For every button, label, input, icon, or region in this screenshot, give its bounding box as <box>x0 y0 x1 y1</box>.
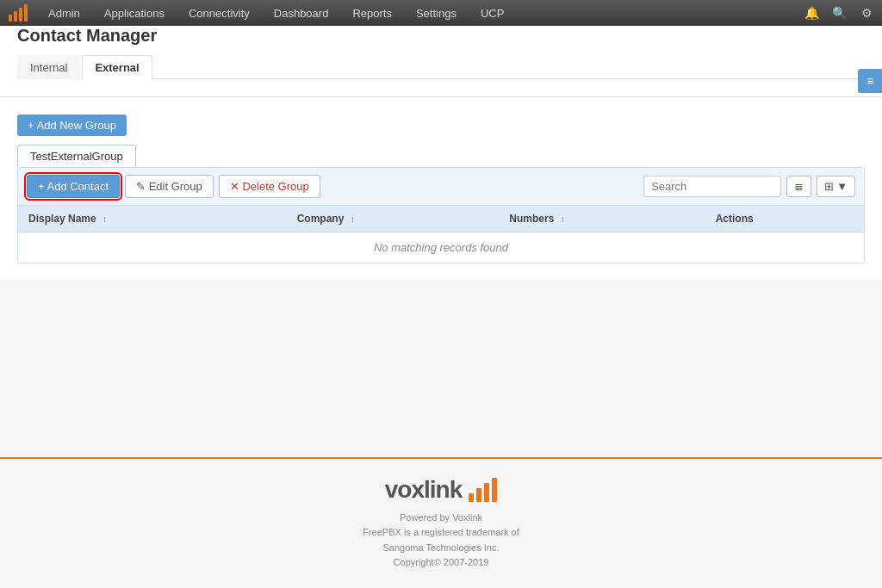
gear-icon: ⚙ <box>861 6 873 20</box>
grid-view-button[interactable]: ⊞ ▼ <box>817 176 855 197</box>
notification-icon-button[interactable]: 🔔 <box>799 1 823 25</box>
col-numbers[interactable]: Numbers ↕ <box>499 206 705 232</box>
table-toolbar: + Add Contact ✎ Edit Group ✕ Delete Grou… <box>18 168 864 206</box>
empty-row: No matching records found <box>18 232 864 263</box>
footer-logo-bars <box>469 478 497 502</box>
nav-item-settings[interactable]: Settings <box>404 0 469 26</box>
table-header: Display Name ↕ Company ↕ Numbers ↕ Act <box>18 206 864 232</box>
footer: voxlink Powered by Voxlink FreePBX is a … <box>0 457 882 588</box>
page-header: Contact Manager Internal External <box>0 26 882 97</box>
nav-item-ucp[interactable]: UCP <box>469 0 516 26</box>
group-tab-testexternalgroup[interactable]: TestExternalGroup <box>17 145 136 167</box>
table-container: + Add Contact ✎ Edit Group ✕ Delete Grou… <box>17 167 865 263</box>
col-company[interactable]: Company ↕ <box>287 206 500 232</box>
edit-group-button[interactable]: ✎ Edit Group <box>125 175 214 198</box>
add-new-group-button[interactable]: + Add New Group <box>17 115 127 136</box>
sidebar-toggle-icon: ≡ <box>866 74 873 88</box>
top-navigation: Admin Applications Connectivity Dashboar… <box>0 0 882 26</box>
search-icon-button[interactable]: 🔍 <box>827 1 851 25</box>
data-table: Display Name ↕ Company ↕ Numbers ↕ Act <box>18 206 864 263</box>
table-body: No matching records found <box>18 232 864 263</box>
content-area: + Add New Group TestExternalGroup + Add … <box>0 97 882 281</box>
settings-icon-button[interactable]: ⚙ <box>854 1 879 25</box>
footer-logo-text: voxlink <box>385 476 462 504</box>
notification-icon: 🔔 <box>804 6 819 20</box>
col-display-name[interactable]: Display Name ↕ <box>18 206 287 232</box>
grid-view-icon: ⊞ <box>824 180 834 193</box>
nav-right: 🔔 🔍 ⚙ <box>799 1 879 25</box>
sort-display-name-icon: ↕ <box>102 214 107 224</box>
sort-company-icon: ↕ <box>351 214 355 224</box>
logo <box>3 4 33 22</box>
right-sidebar: ≡ <box>858 69 882 93</box>
col-actions: Actions <box>705 206 864 232</box>
main-tabs: Internal External <box>17 51 865 79</box>
footer-logo: voxlink <box>17 476 865 504</box>
tab-internal[interactable]: Internal <box>17 55 80 79</box>
nav-item-admin[interactable]: Admin <box>36 0 92 26</box>
page-title: Contact Manager <box>17 26 865 46</box>
search-icon: 🔍 <box>832 6 847 20</box>
group-tabs: TestExternalGroup <box>17 138 865 167</box>
nav-item-connectivity[interactable]: Connectivity <box>177 0 262 26</box>
nav-item-applications[interactable]: Applications <box>92 0 177 26</box>
nav-item-reports[interactable]: Reports <box>340 0 404 26</box>
search-input[interactable] <box>643 176 781 197</box>
footer-powered-by: Powered by Voxlink FreePBX is a register… <box>17 511 865 571</box>
main-content: + Add New Group TestExternalGroup + Add … <box>0 97 882 457</box>
sort-numbers-icon: ↕ <box>561 214 565 224</box>
nav-item-dashboard[interactable]: Dashboard <box>262 0 341 26</box>
logo-bars <box>3 4 33 22</box>
dropdown-arrow-icon: ▼ <box>836 180 848 193</box>
list-view-button[interactable]: ≣ <box>786 176 811 197</box>
sidebar-toggle-button[interactable]: ≡ <box>858 69 882 93</box>
add-contact-button[interactable]: + Add Contact <box>27 175 120 198</box>
nav-items: Admin Applications Connectivity Dashboar… <box>36 0 799 26</box>
delete-group-button[interactable]: ✕ Delete Group <box>219 175 320 198</box>
tab-external[interactable]: External <box>82 55 152 79</box>
empty-message: No matching records found <box>18 232 864 263</box>
list-view-icon: ≣ <box>794 180 804 193</box>
